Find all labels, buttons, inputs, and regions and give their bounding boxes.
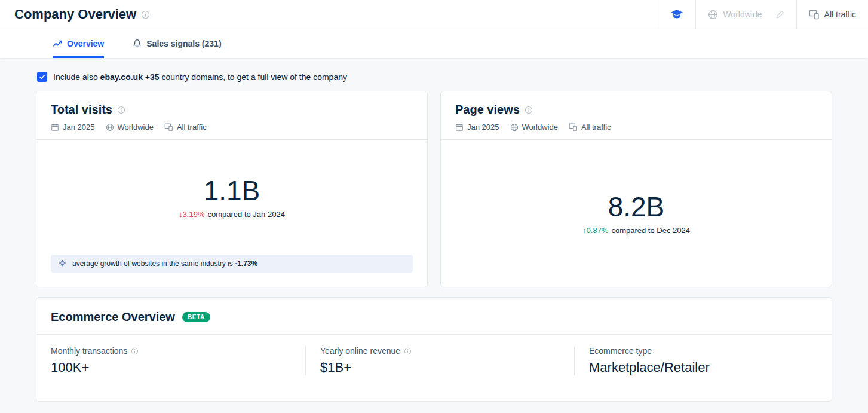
info-icon[interactable]	[525, 106, 533, 114]
metric-label: Ecommerce type	[589, 346, 652, 356]
main-content: Include also ebay.co.uk +35 country doma…	[0, 58, 868, 402]
info-icon[interactable]	[404, 347, 412, 355]
info-icon[interactable]	[131, 347, 139, 355]
region-label: Worldwide	[118, 123, 154, 131]
total-visits-value: 1.1B	[204, 176, 260, 206]
total-visits-header: Total visits Jan 2025	[36, 91, 427, 140]
globe-icon	[708, 10, 718, 20]
traffic-label: All traffic	[581, 123, 611, 131]
include-text-prefix: Include also	[53, 72, 100, 82]
metric-value: 100K+	[51, 360, 305, 375]
traffic-filter: All traffic	[569, 123, 611, 131]
tab-sales-signals[interactable]: Sales signals (231)	[133, 29, 221, 58]
region-label: Worldwide	[522, 123, 558, 131]
info-icon[interactable]	[141, 10, 150, 19]
ecommerce-title: Ecommerce Overview	[51, 310, 175, 324]
ecommerce-header: Ecommerce Overview BETA	[36, 298, 832, 335]
region-label[interactable]: Worldwide	[723, 10, 762, 19]
academy-section	[658, 0, 695, 29]
metric-ecommerce-type: Ecommerce type Marketplace/Retailer	[574, 346, 817, 375]
topbar-title-area: Company Overview	[0, 0, 658, 29]
beta-badge: BETA	[182, 312, 210, 322]
total-visits-body: 1.1B ↓3.19% compared to Jan 2024 average…	[36, 140, 427, 287]
total-visits-card: Total visits Jan 2025	[36, 91, 428, 287]
include-text-suffix: country domains, to get a full view of t…	[160, 72, 347, 82]
edit-icon[interactable]	[775, 10, 784, 19]
change-compare-text: compared to Dec 2024	[611, 226, 690, 235]
page-views-body: 8.2B ↑0.87% compared to Dec 2024	[441, 140, 832, 287]
total-visits-title: Total visits	[51, 103, 112, 117]
page-views-change: ↑0.87% compared to Dec 2024	[582, 226, 690, 235]
metric-yearly-online-revenue: Yearly online revenue $1B+	[305, 346, 574, 375]
include-domains-checkbox[interactable]	[37, 72, 47, 82]
metric-value: Marketplace/Retailer	[589, 360, 817, 375]
calendar-icon	[455, 123, 464, 131]
total-visits-change: ↓3.19% compared to Jan 2024	[179, 210, 285, 219]
traffic-label[interactable]: All traffic	[824, 10, 856, 19]
industry-note-text: average growth of websites in the same i…	[72, 259, 257, 268]
tab-overview-label: Overview	[67, 39, 104, 48]
all-traffic-icon	[569, 123, 578, 131]
metric-value: $1B+	[320, 360, 574, 375]
tab-sales-signals-label: Sales signals (231)	[146, 39, 221, 48]
page-views-card: Page views Jan 2025	[440, 91, 832, 287]
metric-cards-row: Total visits Jan 2025	[36, 91, 832, 287]
traffic-selector-section: All traffic	[796, 0, 868, 29]
lightbulb-icon	[58, 259, 67, 268]
period-filter: Jan 2025	[51, 123, 95, 131]
globe-icon	[510, 123, 519, 131]
page-title: Company Overview	[14, 7, 136, 22]
ecommerce-metrics-row: Monthly transactions 100K+ Yearly online…	[36, 335, 832, 393]
change-percent: 0.87%	[587, 226, 609, 235]
include-domains-row: Include also ebay.co.uk +35 country doma…	[37, 72, 832, 82]
info-icon[interactable]	[117, 106, 125, 114]
change-compare-text: compared to Jan 2024	[208, 210, 285, 219]
trend-chart-icon	[53, 39, 62, 48]
page-views-title: Page views	[455, 103, 520, 117]
period-label: Jan 2025	[63, 123, 95, 131]
topbar: Company Overview Worldwide	[0, 0, 868, 29]
calendar-icon	[51, 123, 59, 131]
region-filter: Worldwide	[510, 123, 558, 131]
industry-benchmark-note: average growth of websites in the same i…	[51, 255, 413, 273]
all-traffic-icon	[809, 9, 820, 20]
page-views-header: Page views Jan 2025	[441, 91, 832, 140]
tab-overview[interactable]: Overview	[53, 29, 104, 58]
academy-icon[interactable]	[670, 9, 683, 20]
include-domains-text: Include also ebay.co.uk +35 country doma…	[53, 72, 347, 82]
change-percent: 3.19%	[183, 210, 205, 219]
metric-label: Monthly transactions	[51, 346, 127, 356]
metric-label: Yearly online revenue	[320, 346, 400, 356]
metric-monthly-transactions: Monthly transactions 100K+	[51, 346, 305, 375]
globe-icon	[106, 123, 114, 131]
region-filter: Worldwide	[106, 123, 154, 131]
page-views-value: 8.2B	[608, 192, 665, 222]
all-traffic-icon	[164, 123, 173, 131]
ecommerce-overview-card: Ecommerce Overview BETA Monthly transact…	[36, 297, 832, 402]
traffic-label: All traffic	[177, 123, 207, 131]
period-label: Jan 2025	[467, 123, 499, 131]
bell-icon	[133, 39, 142, 48]
period-filter: Jan 2025	[455, 123, 499, 131]
region-selector-section: Worldwide	[695, 0, 796, 29]
tabbar: Overview Sales signals (231)	[0, 29, 868, 58]
traffic-filter: All traffic	[164, 123, 207, 131]
include-text-domain: ebay.co.uk +35	[100, 72, 160, 82]
